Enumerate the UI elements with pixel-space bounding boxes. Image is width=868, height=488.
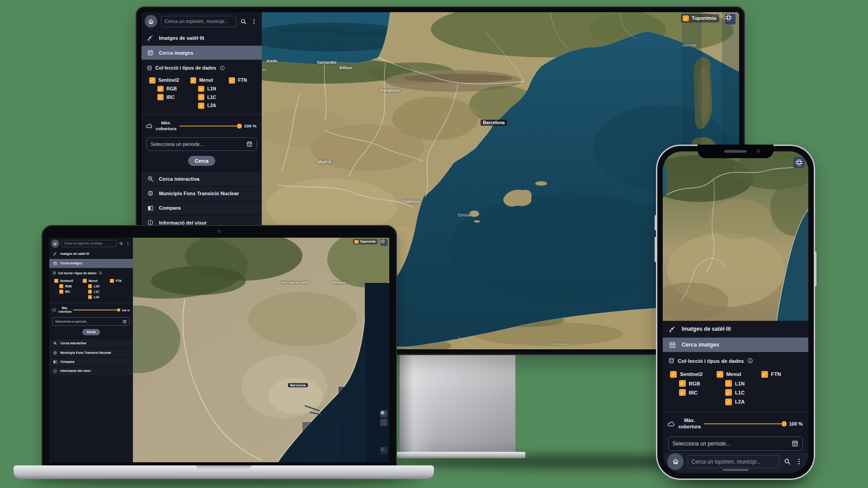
checkbox-row-l1c[interactable]: ✓L1C: [88, 290, 110, 294]
checkbox[interactable]: ✓: [110, 279, 114, 283]
sidebar-item-cerca-imatges[interactable]: Cerca imatges: [49, 258, 133, 267]
toponymy-toggle[interactable]: ✓ Toponímia: [681, 14, 719, 23]
compress-button[interactable]: [793, 157, 805, 168]
sidebar-item-cerca-imatges[interactable]: Cerca imatges: [142, 45, 262, 60]
checkbox[interactable]: ✓: [88, 295, 92, 299]
checkbox-row-l1c[interactable]: ✓L1C: [198, 94, 229, 100]
sidebar-item-informacio[interactable]: Informació del visor: [49, 366, 133, 375]
slider-thumb[interactable]: [117, 309, 120, 312]
home-indicator[interactable]: [722, 469, 749, 471]
checkbox[interactable]: ✓: [198, 103, 204, 109]
checkbox[interactable]: ✓: [198, 94, 204, 100]
search-input[interactable]: Cerca un topònim, municipi...: [688, 455, 779, 468]
compress-button[interactable]: [381, 239, 387, 246]
search-input[interactable]: Cerca un topònim, municipi...: [61, 240, 117, 247]
checkbox[interactable]: ✓: [59, 284, 63, 288]
checkbox-row-rgb[interactable]: ✓RGB: [679, 380, 717, 387]
checkbox-row-ftn[interactable]: ✓FTN: [229, 77, 259, 84]
checkbox-row-l2a[interactable]: ✓L2A: [725, 399, 761, 405]
checkbox[interactable]: ✓: [88, 290, 92, 294]
sidebar-item-compara[interactable]: Compara: [142, 201, 262, 215]
checkbox-row-l2a[interactable]: ✓L2A: [88, 295, 110, 299]
checkbox-row-menut[interactable]: ✓Menut: [190, 77, 229, 84]
sidebar-item-cerca-interactiva[interactable]: Cerca interactiva: [49, 338, 133, 347]
period-input[interactable]: Selecciona un període...: [52, 317, 130, 326]
checkbox[interactable]: ✓: [725, 380, 732, 387]
sidebar-item-municipis-ftn[interactable]: Municipis Fons Transició Nuclear: [142, 186, 262, 201]
checkbox[interactable]: ✓: [725, 389, 732, 396]
coverage-slider[interactable]: [73, 310, 119, 310]
sidebar-item-cerca-interactiva[interactable]: Cerca interactiva: [142, 171, 262, 186]
sidebar-item-imatges[interactable]: Imatges de satèl·lit: [142, 31, 262, 45]
checkbox-row-l1n[interactable]: ✓L1N: [198, 86, 229, 92]
sidebar-item-compara[interactable]: Compara: [49, 357, 133, 366]
search-button[interactable]: Cerca: [188, 156, 216, 166]
screenshot-button[interactable]: [380, 419, 387, 426]
checkbox[interactable]: ✓: [88, 284, 92, 288]
checkbox[interactable]: ✓: [157, 86, 164, 92]
period-input[interactable]: Selecciona un període...: [146, 137, 257, 150]
checkbox-row-ftn[interactable]: ✓FTN: [110, 279, 132, 283]
sidebar-item-cerca-imatges[interactable]: Cerca imatges: [663, 337, 808, 352]
slider-thumb[interactable]: [782, 421, 787, 427]
period-input[interactable]: Selecciona un període...: [668, 436, 803, 451]
menu-button[interactable]: [126, 241, 130, 246]
checkbox[interactable]: ✓: [190, 77, 197, 84]
checkbox[interactable]: ✓: [198, 86, 204, 92]
checkbox[interactable]: ✓: [83, 279, 87, 283]
checkbox-row-sentinel2[interactable]: ✓Sentinel2: [54, 279, 83, 283]
checkbox-row-l1n[interactable]: ✓L1N: [88, 284, 110, 288]
toponymy-checkbox[interactable]: ✓: [354, 240, 359, 244]
checkbox-row-rgb[interactable]: ✓RGB: [59, 284, 83, 288]
search-submit-button[interactable]: [783, 458, 791, 465]
checkbox[interactable]: ✓: [761, 371, 768, 378]
info-icon[interactable]: [219, 65, 225, 71]
checkbox-row-l2a[interactable]: ✓L2A: [198, 103, 229, 109]
coverage-slider[interactable]: [179, 126, 241, 127]
checkbox-row-menut[interactable]: ✓Menut: [83, 279, 110, 283]
checkbox-row-l1n[interactable]: ✓L1N: [725, 380, 761, 387]
home-button[interactable]: [51, 239, 59, 248]
phone-power-button: [815, 251, 816, 286]
checkbox-row-ftn[interactable]: ✓FTN: [761, 371, 806, 378]
slider-thumb[interactable]: [237, 123, 242, 128]
sidebar-item-municipis-ftn[interactable]: Municipis Fons Transició Nuclear: [49, 348, 133, 357]
cloud-coverage-control: Màx. cobertura 100 %: [142, 114, 262, 137]
checkbox[interactable]: ✓: [670, 371, 677, 378]
checkbox[interactable]: ✓: [59, 290, 63, 294]
checkbox-row-irc[interactable]: ✓IRC: [157, 94, 190, 100]
search-input[interactable]: Cerca un topònim, municipi...: [161, 16, 236, 27]
checkbox[interactable]: ✓: [54, 279, 58, 283]
checkbox-row-irc[interactable]: ✓IRC: [679, 389, 717, 396]
home-button[interactable]: [145, 15, 157, 28]
compress-button[interactable]: [725, 14, 736, 24]
home-button[interactable]: [667, 453, 684, 469]
map-canvas[interactable]: [663, 151, 808, 321]
checkbox[interactable]: ✓: [229, 77, 235, 84]
search-submit-button[interactable]: [119, 241, 123, 246]
checkbox-row-sentinel2[interactable]: ✓Sentinel2: [670, 371, 716, 378]
info-icon[interactable]: [747, 357, 753, 364]
checkbox[interactable]: ✓: [725, 399, 732, 405]
sidebar-item-imatges[interactable]: Imatges de satèl·lit: [49, 249, 133, 258]
checkbox[interactable]: ✓: [717, 371, 723, 378]
info-icon[interactable]: [99, 271, 102, 275]
search-submit-button[interactable]: [240, 18, 247, 25]
checkbox-row-menut[interactable]: ✓Menut: [717, 371, 761, 378]
search-button[interactable]: Cerca: [82, 329, 100, 335]
checkbox-row-sentinel2[interactable]: ✓Sentinel2: [149, 77, 190, 84]
sidebar-item-imatges[interactable]: Imatges de satèl·lit: [663, 321, 808, 337]
checkbox[interactable]: ✓: [679, 380, 686, 387]
compass-button[interactable]: [380, 447, 387, 454]
toponymy-toggle[interactable]: ✓ Toponímia: [353, 239, 377, 244]
menu-button[interactable]: [250, 18, 258, 25]
checkbox[interactable]: ✓: [149, 77, 156, 84]
checkbox[interactable]: ✓: [679, 389, 686, 396]
checkbox-row-irc[interactable]: ✓IRC: [59, 290, 83, 294]
checkbox[interactable]: ✓: [157, 94, 164, 100]
coverage-slider[interactable]: [704, 423, 785, 424]
toponymy-checkbox[interactable]: ✓: [683, 15, 689, 22]
checkbox-row-rgb[interactable]: ✓RGB: [157, 86, 190, 92]
checkbox-row-l1c[interactable]: ✓L1C: [725, 389, 761, 396]
menu-button[interactable]: [795, 458, 803, 465]
